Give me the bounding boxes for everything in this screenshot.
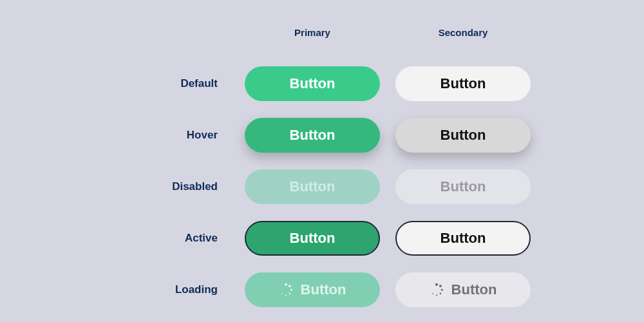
svg-point-3	[289, 293, 290, 295]
svg-point-11	[432, 293, 433, 294]
row-label-hover: Hover	[113, 129, 229, 142]
button-label: Button	[290, 75, 336, 92]
svg-point-6	[435, 283, 438, 286]
svg-point-7	[439, 285, 442, 287]
svg-point-1	[289, 285, 291, 287]
row-label-default: Default	[113, 77, 229, 90]
primary-button-active[interactable]: Button	[245, 221, 380, 256]
spinner-icon	[279, 283, 293, 297]
primary-button-loading: Button	[245, 272, 380, 307]
secondary-button-disabled: Button	[395, 169, 531, 204]
row-label-disabled: Disabled	[113, 180, 229, 193]
secondary-button-loading: Button	[395, 272, 531, 307]
button-label: Button	[451, 281, 497, 298]
svg-point-5	[281, 293, 283, 294]
button-label: Button	[301, 281, 346, 298]
svg-point-0	[285, 283, 287, 286]
button-label: Button	[290, 127, 336, 144]
header-spacer	[113, 26, 229, 39]
button-label: Button	[440, 75, 486, 92]
button-label: Button	[440, 178, 486, 195]
button-states-grid: Primary Secondary Default Button Button …	[113, 15, 531, 307]
svg-point-8	[440, 289, 442, 290]
secondary-button-default[interactable]: Button	[395, 66, 531, 101]
primary-button-hover[interactable]: Button	[245, 118, 380, 153]
svg-point-10	[435, 294, 437, 296]
secondary-button-active[interactable]: Button	[395, 221, 531, 256]
row-label-loading: Loading	[113, 283, 229, 296]
button-label: Button	[440, 230, 486, 247]
svg-point-9	[439, 293, 441, 295]
button-label: Button	[440, 127, 486, 144]
primary-button-default[interactable]: Button	[245, 66, 380, 101]
column-header-primary: Primary	[245, 27, 380, 38]
svg-point-2	[290, 289, 292, 290]
secondary-button-hover[interactable]: Button	[395, 118, 531, 153]
primary-button-disabled: Button	[245, 169, 380, 204]
column-header-secondary: Secondary	[395, 27, 531, 38]
row-label-active: Active	[113, 232, 229, 245]
button-label: Button	[290, 178, 336, 195]
svg-point-4	[285, 294, 286, 296]
button-label: Button	[290, 230, 336, 247]
spinner-icon	[430, 283, 444, 297]
